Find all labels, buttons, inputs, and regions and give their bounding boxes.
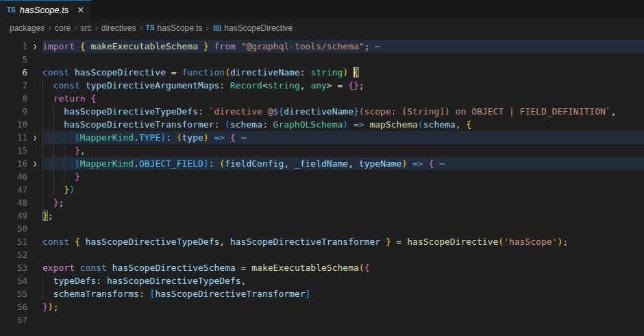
code-token: :: [262, 119, 273, 130]
code-token: TYPE: [139, 132, 160, 143]
code-token: string: [268, 80, 300, 91]
code-line[interactable]: 51const { hasScopeDirectiveTypeDefs, has…: [0, 235, 644, 248]
code-line[interactable]: 53export const hasScopeDirectiveSchema =…: [0, 261, 644, 274]
code-line[interactable]: 7 const typeDirectiveArgumentMaps: Recor…: [0, 79, 644, 92]
code-token: MapperKind: [80, 132, 134, 143]
indent-guide: [53, 170, 54, 183]
breadcrumb-symbol-label: hasScopeDirective: [224, 23, 293, 33]
code-token: {: [364, 263, 370, 273]
code-token: =>: [407, 158, 428, 169]
indent-guide: [42, 274, 43, 287]
code-line[interactable]: 57: [0, 313, 644, 326]
tab-hasscope[interactable]: TS hasScope.ts ✕: [0, 0, 92, 19]
code-token: }: [198, 41, 209, 51]
code-token: schemaTransforms: [42, 289, 139, 299]
code-token: ⋯: [369, 41, 380, 51]
code-line[interactable]: 54 typeDefs: hasScopeDirectiveTypeDefs,: [0, 274, 644, 287]
code-content: };: [42, 196, 644, 209]
gutter: 51: [0, 235, 42, 248]
code-content: return {: [42, 92, 644, 105]
breadcrumb-item-file[interactable]: TShasScope.ts: [146, 23, 203, 33]
code-token: ${: [273, 106, 284, 117]
code-token: return: [42, 93, 86, 104]
breadcrumb-file-label: hasScope.ts: [158, 23, 203, 33]
line-number: 49: [0, 209, 27, 222]
code-line[interactable]: 56});: [0, 300, 644, 313]
code-line[interactable]: 16❯ [MapperKind.OBJECT_FIELD]: (fieldCon…: [0, 157, 644, 170]
code-line[interactable]: 5: [0, 53, 644, 66]
code-token: {: [80, 41, 91, 51]
fold-chevron-placeholder: [27, 92, 42, 105]
code-token: (: [225, 119, 230, 130]
gutter: 55: [0, 287, 42, 300]
gutter: 50: [0, 222, 42, 235]
fold-chevron-placeholder: [27, 170, 42, 183]
breadcrumb-item-packages[interactable]: packages: [10, 23, 45, 33]
code-line[interactable]: 49};: [0, 209, 644, 222]
breadcrumb-item-directives[interactable]: directives: [101, 23, 136, 33]
code-token: any: [310, 80, 326, 91]
code-token: hasScopeDirectiveTransformer: [230, 237, 380, 247]
code-line[interactable]: 11❯ [MapperKind.TYPE]: (type) => { ⋯: [0, 131, 644, 144]
code-line[interactable]: 48 };: [0, 196, 644, 209]
fold-chevron-icon[interactable]: ❯: [27, 157, 42, 170]
code-token: [: [42, 158, 80, 169]
fold-chevron-icon[interactable]: ❯: [27, 40, 42, 53]
code-token: ;: [359, 80, 364, 91]
line-number: 56: [0, 300, 27, 313]
code-token: GraphQLSchema: [273, 119, 343, 130]
code-line[interactable]: 15 },: [0, 144, 644, 157]
code-token: _fieldName: [295, 158, 348, 169]
code-line[interactable]: 52: [0, 248, 644, 261]
code-token: ,: [456, 119, 467, 130]
line-number: 16: [0, 157, 27, 170]
code-token: ,: [80, 145, 86, 156]
code-token: makeExecutableSchema: [90, 41, 198, 51]
line-number: 7: [0, 79, 27, 92]
code-line[interactable]: 10 hasScopeDirectiveTransformer: (schema…: [0, 118, 644, 131]
code-token: <: [262, 80, 268, 91]
gutter: 46: [0, 170, 42, 183]
code-token: hasScopeDirectiveTypeDefs: [86, 237, 220, 247]
gutter: 1❯: [0, 40, 42, 53]
code-token: hasScopeDirectiveTypeDefs: [42, 106, 198, 117]
fold-chevron-placeholder: [27, 248, 42, 261]
code-line[interactable]: 8 return {: [0, 92, 644, 105]
code-line[interactable]: 46 }: [0, 170, 644, 183]
code-token: ): [343, 119, 348, 130]
code-token: mapSchema: [369, 119, 417, 130]
breadcrumb-item-symbol[interactable]: [@]hasScopeDirective: [212, 23, 293, 33]
code-token: ,: [300, 80, 311, 91]
code-line[interactable]: 55 schemaTransforms: [hasScopeDirectiveT…: [0, 287, 644, 300]
fold-chevron-placeholder: [27, 66, 42, 79]
code-editor[interactable]: 1❯import { makeExecutableSchema } from "…: [0, 36, 644, 326]
code-token: {: [230, 132, 236, 143]
indent-guide: [53, 157, 54, 170]
code-content: };: [42, 209, 644, 222]
close-icon[interactable]: ✕: [77, 5, 84, 14]
line-number: 8: [0, 92, 27, 105]
code-line[interactable]: 50: [0, 222, 644, 235]
indent-guide: [42, 79, 43, 92]
breadcrumb-item-core[interactable]: core: [55, 23, 71, 33]
code-line[interactable]: 1❯import { makeExecutableSchema } from "…: [0, 40, 644, 53]
code-token: }: [380, 237, 391, 247]
code-token: =: [236, 263, 251, 273]
breadcrumb-separator-icon: ›: [93, 23, 99, 33]
fold-chevron-icon[interactable]: ❯: [27, 131, 42, 144]
code-line[interactable]: 6const hasScopeDirective = function(dire…: [0, 66, 644, 79]
code-token: {: [86, 93, 97, 104]
gutter: 49: [0, 209, 42, 222]
line-number: 46: [0, 170, 27, 183]
code-line[interactable]: 9 hasScopeDirectiveTypeDefs: `directive …: [0, 105, 644, 118]
breadcrumb-item-src[interactable]: src: [80, 23, 91, 33]
code-content: const { hasScopeDirectiveTypeDefs, hasSc…: [42, 235, 644, 248]
indent-guide: [42, 183, 43, 196]
gutter: 5: [0, 53, 42, 66]
code-token: directiveName: [284, 106, 354, 117]
code-line[interactable]: 47 }): [0, 183, 644, 196]
code-token: const: [42, 80, 86, 91]
code-content: [42, 313, 644, 326]
code-token: typeDirectiveArgumentMaps: [86, 80, 220, 91]
breadcrumb: packages›core›src›directives›TShasScope.…: [0, 20, 644, 36]
